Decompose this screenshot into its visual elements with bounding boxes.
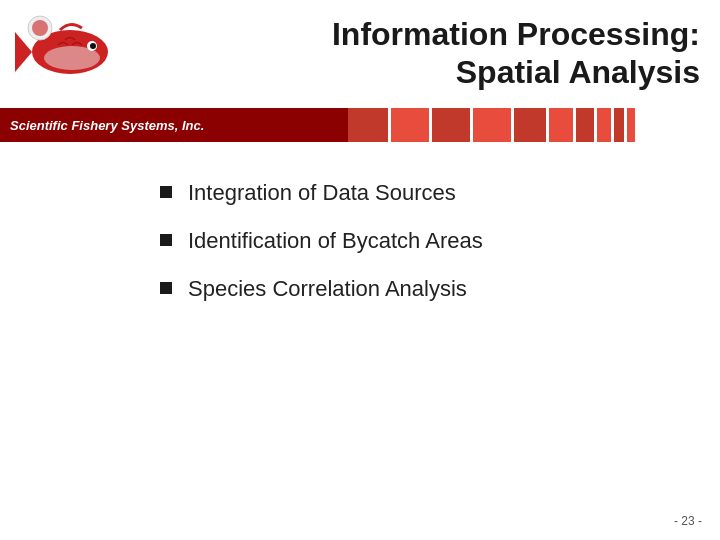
page-number: - 23 - [674, 514, 702, 528]
list-item: Integration of Data Sources [160, 180, 680, 206]
banner-block-4 [473, 108, 511, 142]
svg-marker-1 [15, 32, 32, 72]
svg-point-6 [32, 20, 48, 36]
main-title: Information Processing: Spatial Analysis [332, 15, 700, 92]
banner-bar: Scientific Fishery Systems, Inc. [0, 108, 720, 142]
banner-block-8 [597, 108, 611, 142]
bullet-icon [160, 186, 172, 198]
bullet-text-1: Integration of Data Sources [188, 180, 456, 206]
banner-block-7 [576, 108, 594, 142]
title-area: Information Processing: Spatial Analysis [332, 10, 700, 92]
bullet-icon [160, 282, 172, 294]
banner-block-5 [514, 108, 546, 142]
slide: Information Processing: Spatial Analysis… [0, 0, 720, 540]
logo-area [10, 10, 130, 100]
list-item: Identification of Bycatch Areas [160, 228, 680, 254]
banner-block-10 [627, 108, 635, 142]
banner-block-9 [614, 108, 624, 142]
bullet-text-3: Species Correlation Analysis [188, 276, 467, 302]
company-name: Scientific Fishery Systems, Inc. [10, 118, 204, 133]
list-item: Species Correlation Analysis [160, 276, 680, 302]
title-line1: Information Processing: [332, 15, 700, 53]
banner-block-1 [348, 108, 388, 142]
banner-block-3 [432, 108, 470, 142]
banner-blocks [348, 108, 720, 142]
banner-block-6 [549, 108, 573, 142]
bullet-icon [160, 234, 172, 246]
banner-company: Scientific Fishery Systems, Inc. [0, 108, 348, 142]
title-line2: Spatial Analysis [332, 53, 700, 91]
banner-block-2 [391, 108, 429, 142]
bullet-text-2: Identification of Bycatch Areas [188, 228, 483, 254]
content-area: Integration of Data Sources Identificati… [160, 180, 680, 324]
svg-point-4 [90, 43, 96, 49]
logo-icon [10, 10, 120, 90]
bullet-list: Integration of Data Sources Identificati… [160, 180, 680, 302]
